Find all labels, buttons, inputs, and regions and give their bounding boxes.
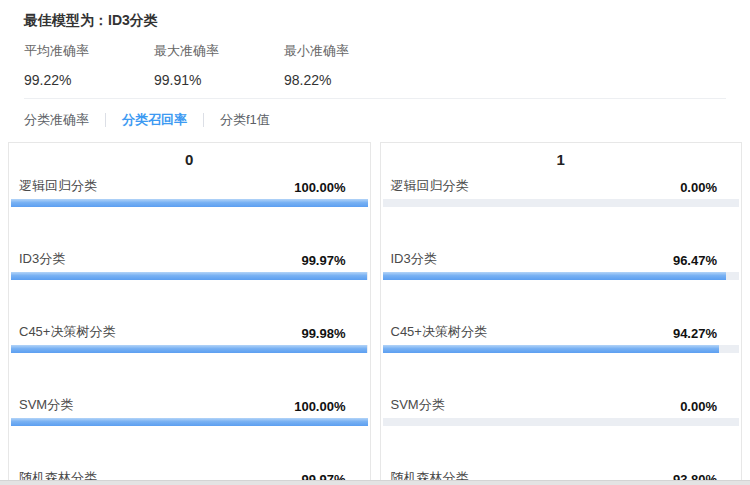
tab-divider [105, 113, 106, 127]
recall-value: 100.00% [294, 180, 345, 195]
model-label: SVM分类 [391, 396, 445, 414]
stat-min-accuracy: 最小准确率 98.22% [284, 42, 414, 88]
bar-row: 逻辑回归分类 100.00% [9, 177, 370, 207]
stats-row: 平均准确率 99.22% 最大准确率 99.91% 最小准确率 98.22% [24, 42, 726, 88]
model-label: 逻辑回归分类 [19, 177, 97, 195]
bar-track [11, 199, 368, 207]
stat-value: 99.91% [154, 72, 284, 88]
bar-row: C45+决策树分类 94.27% [381, 323, 742, 353]
bar-track [383, 418, 740, 426]
stat-label: 最大准确率 [154, 42, 284, 60]
bar-track [11, 272, 368, 280]
tab-divider [203, 113, 204, 127]
stat-value: 98.22% [284, 72, 414, 88]
bar-row: ID3分类 99.97% [9, 250, 370, 280]
tab-classification-recall[interactable]: 分类召回率 [122, 112, 187, 128]
bar-track [383, 272, 740, 280]
recall-panels: 0 逻辑回归分类 100.00% ID3分类 99.97% C45+决策树分类 … [8, 142, 742, 485]
metric-tabs: 分类准确率 分类召回率 分类f1值 [0, 99, 750, 140]
stat-label: 平均准确率 [24, 42, 154, 60]
bar-fill [383, 345, 719, 353]
model-label: 逻辑回归分类 [391, 177, 469, 195]
recall-value: 0.00% [680, 399, 717, 414]
recall-value: 100.00% [294, 399, 345, 414]
best-model-title: 最佳模型为：ID3分类 [24, 12, 726, 30]
recall-value: 99.97% [301, 253, 345, 268]
model-label: C45+决策树分类 [19, 323, 115, 341]
bar-fill [383, 272, 727, 280]
bar-row: ID3分类 96.47% [381, 250, 742, 280]
recall-value: 96.47% [673, 253, 717, 268]
bar-track [11, 418, 368, 426]
summary-header: 最佳模型为：ID3分类 平均准确率 99.22% 最大准确率 99.91% 最小… [0, 0, 750, 99]
panel-class-0: 0 逻辑回归分类 100.00% ID3分类 99.97% C45+决策树分类 … [8, 142, 371, 485]
model-label: ID3分类 [19, 250, 65, 268]
horizontal-scrollbar[interactable] [0, 480, 750, 485]
bar-fill [11, 418, 368, 426]
model-label: C45+决策树分类 [391, 323, 487, 341]
panel-class-1-title: 1 [381, 149, 742, 171]
bar-row: 逻辑回归分类 0.00% [381, 177, 742, 207]
bar-track [383, 345, 740, 353]
bar-row: C45+决策树分类 99.98% [9, 323, 370, 353]
stat-value: 99.22% [24, 72, 154, 88]
panel-class-1: 1 逻辑回归分类 0.00% ID3分类 96.47% C45+决策树分类 94… [380, 142, 743, 485]
bar-row: SVM分类 100.00% [9, 396, 370, 426]
tab-classification-accuracy[interactable]: 分类准确率 [24, 112, 89, 128]
bar-track [383, 199, 740, 207]
recall-value: 99.98% [301, 326, 345, 341]
panel-class-0-title: 0 [9, 149, 370, 171]
tab-classification-f1[interactable]: 分类f1值 [220, 112, 270, 128]
bar-row: SVM分类 0.00% [381, 396, 742, 426]
stat-max-accuracy: 最大准确率 99.91% [154, 42, 284, 88]
stat-avg-accuracy: 平均准确率 99.22% [24, 42, 154, 88]
model-label: SVM分类 [19, 396, 73, 414]
recall-value: 0.00% [680, 180, 717, 195]
bar-track [11, 345, 368, 353]
model-label: ID3分类 [391, 250, 437, 268]
stat-label: 最小准确率 [284, 42, 414, 60]
bar-fill [11, 199, 368, 207]
bar-fill [11, 272, 367, 280]
recall-value: 94.27% [673, 326, 717, 341]
bar-fill [11, 345, 367, 353]
